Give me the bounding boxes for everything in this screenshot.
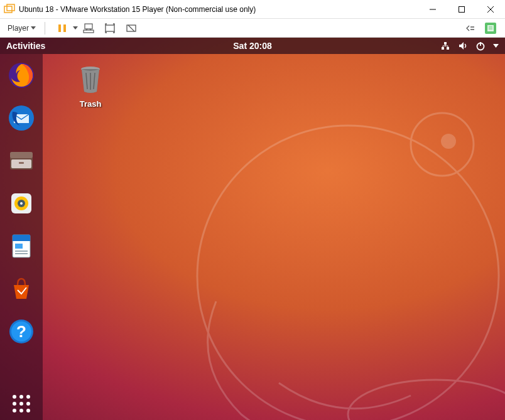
trash-icon	[76, 64, 105, 94]
vmware-toolbar: Player	[0, 19, 505, 38]
svg-rect-38	[10, 152, 33, 158]
svg-rect-24	[442, 47, 444, 50]
svg-rect-46	[13, 235, 30, 241]
unity-mode-icon[interactable]	[124, 21, 138, 35]
activities-button[interactable]: Activities	[6, 41, 45, 51]
player-menu-label: Player	[8, 24, 29, 33]
svg-marker-9	[73, 26, 78, 30]
svg-rect-17	[487, 25, 494, 31]
volume-icon	[458, 41, 468, 51]
svg-rect-3	[459, 6, 465, 12]
svg-rect-0	[4, 6, 12, 13]
svg-marker-6	[31, 26, 36, 30]
gnome-top-bar: Activities Sat 20:08	[0, 38, 505, 54]
notes-icon[interactable]	[485, 23, 496, 34]
desktop-icon-label: Trash	[65, 99, 116, 109]
clock[interactable]: Sat 20:08	[233, 41, 271, 51]
window-title: Ubuntu 18 - VMware Workstation 15 Player…	[19, 5, 418, 14]
minimize-button[interactable]	[418, 0, 447, 19]
desktop-area[interactable]: Trash	[43, 54, 505, 420]
svg-rect-14	[106, 25, 114, 31]
svg-rect-8	[63, 24, 66, 32]
svg-marker-34	[493, 44, 499, 48]
close-button[interactable]	[476, 0, 505, 19]
svg-marker-31	[459, 42, 464, 50]
svg-rect-25	[447, 47, 449, 50]
send-ctrl-alt-del-icon[interactable]	[82, 21, 95, 35]
toolbar-separator	[45, 22, 45, 35]
dock-item-thunderbird[interactable]	[6, 103, 36, 133]
fullscreen-icon[interactable]	[103, 21, 117, 35]
network-icon	[440, 41, 450, 51]
svg-text:?: ?	[16, 322, 26, 341]
svg-point-44	[20, 202, 23, 205]
dock-item-software[interactable]	[6, 274, 36, 304]
dock-item-writer[interactable]	[6, 231, 36, 261]
dock-item-firefox[interactable]	[6, 60, 36, 90]
cycle-devices-icon[interactable]	[464, 21, 477, 35]
window-titlebar: Ubuntu 18 - VMware Workstation 15 Player…	[0, 0, 505, 19]
svg-line-16	[128, 25, 134, 31]
svg-rect-7	[58, 24, 61, 32]
dock-item-files[interactable]	[6, 146, 36, 176]
show-applications-button[interactable]	[13, 395, 30, 412]
player-menu[interactable]: Player	[5, 23, 38, 34]
svg-rect-47	[15, 244, 23, 249]
chevron-down-icon	[493, 44, 499, 48]
dock-item-help[interactable]: ?	[6, 316, 36, 347]
dock-item-rhythmbox[interactable]	[6, 188, 36, 218]
system-status-area[interactable]	[440, 41, 499, 51]
guest-display: Activities Sat 20:08 ?	[0, 38, 505, 420]
svg-rect-26	[444, 42, 447, 45]
vmware-app-icon	[4, 4, 15, 15]
svg-rect-10	[85, 24, 92, 29]
power-icon	[475, 41, 486, 51]
pause-icon[interactable]	[55, 21, 69, 35]
dock: ?	[0, 54, 43, 420]
svg-rect-40	[19, 162, 24, 164]
maximize-button[interactable]	[447, 0, 476, 19]
svg-rect-11	[84, 30, 94, 33]
desktop-icon-trash[interactable]: Trash	[65, 64, 116, 109]
chevron-down-icon[interactable]	[73, 26, 78, 30]
svg-rect-1	[7, 4, 14, 11]
